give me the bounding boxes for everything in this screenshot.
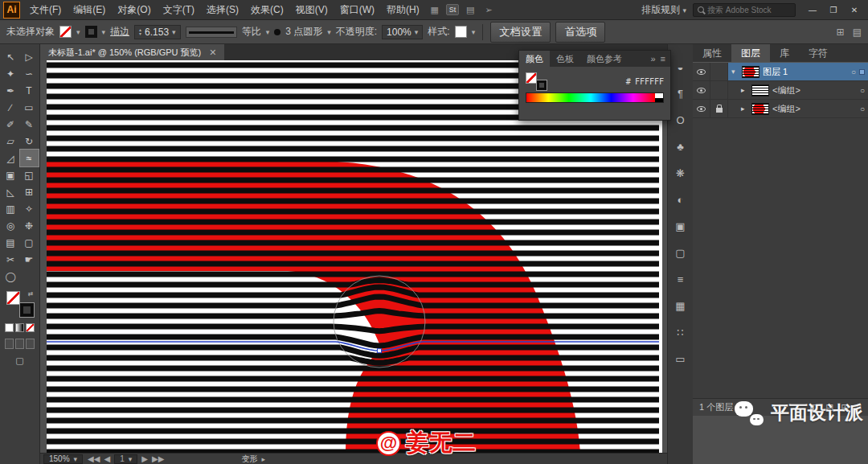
- tab-layers[interactable]: 图层: [731, 44, 770, 62]
- free-transform-tool[interactable]: ▣: [2, 166, 20, 183]
- color-spectrum-bar[interactable]: [526, 92, 664, 103]
- spectrum-gradient[interactable]: [526, 93, 655, 102]
- stroke-link[interactable]: 描边: [110, 25, 129, 39]
- menu-view[interactable]: 视图(V): [290, 0, 334, 20]
- hex-field[interactable]: # FFFFFF: [626, 77, 664, 86]
- style-swatch[interactable]: [455, 26, 467, 38]
- appearance-panel-icon[interactable]: ▣: [671, 218, 690, 234]
- layer-thumbnail[interactable]: [751, 84, 769, 96]
- selection-tool[interactable]: ↖: [2, 48, 20, 65]
- pattern-panel-icon[interactable]: ▦: [671, 298, 690, 314]
- color-panel-icon[interactable]: ◒: [671, 59, 690, 75]
- lock-toggle[interactable]: [710, 100, 728, 117]
- tab-color-guide[interactable]: 颜色参考: [580, 51, 628, 67]
- menu-edit[interactable]: 编辑(E): [68, 0, 111, 20]
- layer-name[interactable]: <编组>: [772, 103, 857, 115]
- share-icon[interactable]: ➢: [481, 3, 497, 17]
- chevron-down-icon[interactable]: ▾: [731, 68, 739, 76]
- width-profile-label[interactable]: 等比: [242, 25, 261, 39]
- artboard-tool[interactable]: ▢: [20, 234, 39, 251]
- next-artboard-icon[interactable]: ▶: [141, 454, 148, 463]
- fill-swatch[interactable]: [526, 72, 537, 84]
- stroke-weight-field[interactable]: ▴▾ 6.153 ▾: [134, 25, 181, 39]
- direct-selection-tool[interactable]: ▷: [20, 48, 39, 65]
- stroke-color-swatch[interactable]: [85, 26, 97, 38]
- warp-tool[interactable]: ≈: [20, 150, 39, 166]
- gradient-tool[interactable]: ▥: [2, 200, 20, 217]
- tab-color[interactable]: 颜色: [519, 51, 550, 67]
- tab-character[interactable]: 字符: [799, 44, 837, 62]
- layer-row-group1[interactable]: ▸ <编组> ○: [693, 81, 868, 100]
- artboards-panel-icon[interactable]: ▢: [671, 244, 690, 261]
- bridge-icon[interactable]: ▦: [427, 3, 443, 17]
- dock-icon[interactable]: ▤: [853, 27, 862, 38]
- layer-name[interactable]: 图层 1: [763, 66, 848, 78]
- eraser-tool[interactable]: ▱: [2, 133, 20, 150]
- stroke-weight-value[interactable]: 6.153: [145, 27, 169, 38]
- chevron-down-icon[interactable]: ▾: [76, 28, 80, 36]
- zoom-level-dropdown[interactable]: 150% ▾: [43, 454, 83, 464]
- target-circle-icon[interactable]: ○: [860, 86, 865, 95]
- symbol-sprayer-tool[interactable]: ❉: [20, 217, 39, 234]
- stroke-panel-icon[interactable]: ≡: [671, 271, 690, 287]
- expand-panel-icon[interactable]: »: [650, 54, 655, 64]
- line-tool[interactable]: ∕: [2, 99, 20, 116]
- perspective-grid-tool[interactable]: ◺: [2, 183, 20, 200]
- brush-definition-label[interactable]: 3 点圆形: [285, 25, 322, 39]
- document-setup-button[interactable]: 文档设置: [490, 22, 551, 43]
- type-tool[interactable]: T: [20, 82, 39, 99]
- stroke-color-swatch[interactable]: [20, 303, 34, 317]
- adobe-stock-search[interactable]: [693, 3, 796, 17]
- workspace-grid-icon[interactable]: ⊞: [837, 27, 845, 38]
- links-panel-icon[interactable]: ▭: [671, 351, 690, 367]
- rotate-tool[interactable]: ↻: [20, 133, 39, 150]
- menu-object[interactable]: 对象(O): [112, 0, 156, 20]
- menu-help[interactable]: 帮助(H): [381, 0, 425, 20]
- align-panel-icon[interactable]: ∷: [671, 324, 690, 340]
- layer-row-layer1[interactable]: ▾ 图层 1 ○: [693, 63, 868, 81]
- menu-select[interactable]: 选择(S): [201, 0, 244, 20]
- fill-stroke-indicator[interactable]: [526, 72, 547, 90]
- target-circle-icon[interactable]: ○: [860, 105, 865, 113]
- restore-button[interactable]: ❐: [823, 0, 844, 19]
- blend-tool[interactable]: ◎: [2, 217, 20, 234]
- chevron-down-icon[interactable]: ▾: [327, 28, 331, 36]
- document-tab[interactable]: 未标题-1.ai* @ 150% (RGB/GPU 预览) ✕: [40, 44, 224, 60]
- zoom-tool[interactable]: ◯: [2, 268, 20, 285]
- column-graph-tool[interactable]: ▤: [2, 234, 20, 251]
- mesh-tool[interactable]: ⊞: [20, 183, 39, 200]
- layer-thumbnail[interactable]: [742, 66, 760, 78]
- menu-effect[interactable]: 效果(C): [245, 0, 289, 20]
- spectrum-bw-swatches[interactable]: [655, 93, 663, 102]
- workspace-switcher-icon[interactable]: ▤: [462, 3, 478, 17]
- none-mode-button[interactable]: [26, 323, 35, 332]
- prev-artboard-icon[interactable]: ◀: [104, 454, 111, 463]
- lock-toggle[interactable]: [710, 81, 728, 99]
- preferences-button[interactable]: 首选项: [555, 22, 605, 43]
- menu-file[interactable]: 文件(F): [24, 0, 67, 20]
- color-mode-button[interactable]: [5, 323, 14, 332]
- lasso-tool[interactable]: ∽: [20, 65, 39, 82]
- swap-colors-icon[interactable]: ⇄: [28, 290, 34, 298]
- visibility-toggle[interactable]: [693, 81, 710, 99]
- fill-color-swatch[interactable]: [59, 26, 72, 38]
- stock-icon[interactable]: St: [446, 4, 460, 15]
- close-tab-icon[interactable]: ✕: [209, 47, 216, 58]
- transparency-panel-icon[interactable]: ◐: [671, 191, 690, 207]
- scale-tool[interactable]: ◿: [2, 150, 20, 166]
- search-input[interactable]: [707, 6, 788, 14]
- target-circle-icon[interactable]: ○: [851, 68, 856, 76]
- hand-tool[interactable]: ☛: [20, 251, 39, 268]
- arrange-docs-dropdown[interactable]: 排版规则 ▾: [641, 3, 686, 17]
- menu-type[interactable]: 文字(T): [158, 0, 200, 20]
- chevron-down-icon[interactable]: ▾: [472, 28, 476, 36]
- lock-toggle[interactable]: [710, 63, 728, 80]
- black-swatch[interactable]: [655, 98, 663, 103]
- magic-wand-tool[interactable]: ✦: [2, 65, 20, 82]
- pen-tool[interactable]: ✒: [2, 82, 20, 99]
- chevron-down-icon[interactable]: ▾: [102, 28, 106, 36]
- eyedropper-tool[interactable]: ✧: [20, 200, 39, 217]
- fill-color-swatch[interactable]: [6, 291, 20, 305]
- tab-libraries[interactable]: 库: [770, 44, 799, 62]
- stepper-icon[interactable]: ▴▾: [139, 28, 141, 36]
